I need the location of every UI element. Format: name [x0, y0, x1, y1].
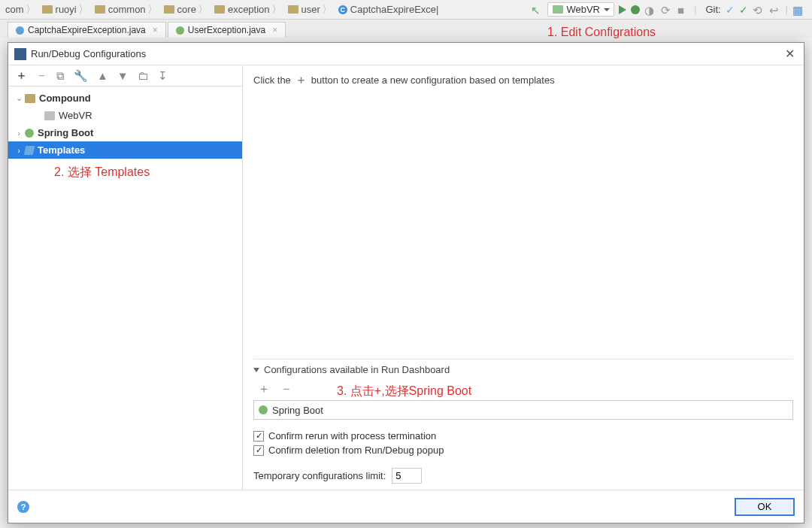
breadcrumb-item[interactable]: CCaptchaExpireExce|: [336, 4, 441, 15]
profile-icon[interactable]: ⟳: [661, 4, 673, 16]
chevron-down-icon: [253, 368, 259, 372]
dashboard-section: Configurations available in Run Dashboar…: [253, 356, 793, 484]
vcs-commit-icon[interactable]: ✓: [739, 4, 748, 16]
module-icon: [553, 5, 563, 14]
structure-icon[interactable]: ▦: [792, 4, 804, 16]
java-icon: [16, 26, 24, 35]
vcs-revert-icon[interactable]: ↩: [769, 4, 781, 16]
class-icon: C: [338, 5, 347, 14]
toolbar-right: ↖ WebVR ◑ ⟳ ■ | Git: ✓ ✓ ⟲ ↩ | ▦: [531, 2, 812, 17]
expand-icon[interactable]: ›: [14, 146, 23, 155]
collapse-icon[interactable]: ⌄: [14, 93, 23, 103]
stop-icon[interactable]: ■: [677, 4, 689, 16]
remove-icon[interactable]: －: [36, 68, 47, 83]
up-icon[interactable]: ▲: [97, 69, 108, 82]
app-icon: [14, 48, 26, 60]
plus-icon: ＋: [295, 73, 307, 87]
temp-limit-input[interactable]: [392, 468, 422, 484]
confirm-delete-row[interactable]: Confirm deletion from Run/Debug popup: [253, 445, 793, 456]
help-icon[interactable]: ?: [17, 501, 29, 513]
close-icon[interactable]: ✕: [782, 47, 798, 61]
dashboard-header[interactable]: Configurations available in Run Dashboar…: [253, 364, 793, 375]
editor-tab[interactable]: CaptchaExpireException.java ×: [8, 22, 166, 38]
breadcrumb-item[interactable]: common〉: [92, 3, 162, 17]
dashboard-list-item[interactable]: Spring Boot: [253, 400, 793, 420]
tree-node-compound[interactable]: ⌄ Compound: [8, 90, 242, 107]
run-debug-dialog: Run/Debug Configurations ✕ ＋ － ⧉ 🔧 ▲ ▼ 🗀…: [8, 42, 804, 523]
folder-icon: [44, 111, 55, 120]
spring-icon: [25, 129, 34, 138]
temp-limit-row: Temporary configurations limit:: [253, 468, 793, 484]
git-label: Git:: [705, 4, 720, 15]
dialog-titlebar: Run/Debug Configurations ✕: [8, 43, 804, 65]
vcs-update-icon[interactable]: ✓: [726, 4, 735, 16]
run-icon[interactable]: [619, 5, 626, 14]
config-tree-panel: ＋ － ⧉ 🔧 ▲ ▼ 🗀 ↧ ⌄ Compound WebVR: [8, 65, 243, 490]
temp-limit-label: Temporary configurations limit:: [253, 470, 386, 481]
sort-icon[interactable]: ↧: [158, 69, 168, 83]
run-config-selector[interactable]: WebVR: [547, 2, 614, 17]
wrench-icon[interactable]: 🔧: [74, 69, 88, 83]
package-icon: [288, 5, 298, 14]
confirm-rerun-row[interactable]: Confirm rerun with process termination: [253, 430, 793, 442]
add-icon[interactable]: ＋: [258, 381, 270, 397]
checkbox-icon[interactable]: [253, 431, 264, 442]
templates-hint: Click the ＋ button to create a new confi…: [253, 73, 793, 87]
config-detail-panel: Click the ＋ button to create a new confi…: [243, 65, 804, 490]
remove-icon[interactable]: －: [280, 381, 292, 397]
editor-tab-row: CaptchaExpireException.java × UserExcept…: [0, 20, 812, 38]
close-icon[interactable]: ×: [272, 25, 277, 35]
package-icon: [214, 5, 225, 14]
checkbox-icon[interactable]: [253, 445, 264, 456]
breadcrumb-item[interactable]: ruoyi〉: [40, 3, 92, 17]
debug-icon[interactable]: [631, 5, 640, 14]
tree-node-webvr[interactable]: WebVR: [8, 107, 242, 124]
tree-node-templates[interactable]: › Templates: [8, 141, 242, 159]
expand-icon[interactable]: ›: [14, 129, 23, 138]
breadcrumb-item[interactable]: exception〉: [212, 3, 286, 17]
tree-node-spring-boot[interactable]: › Spring Boot: [8, 124, 242, 141]
down-icon[interactable]: ▼: [117, 69, 129, 82]
breadcrumb-item[interactable]: com〉: [3, 3, 40, 17]
config-tree: ⌄ Compound WebVR › Spring Boot › Templat…: [8, 86, 242, 490]
package-icon: [42, 5, 53, 14]
template-icon: [24, 146, 35, 155]
editor-tab[interactable]: UserException.java ×: [168, 22, 286, 38]
close-icon[interactable]: ×: [153, 25, 158, 35]
package-icon: [95, 5, 105, 14]
breadcrumb-item[interactable]: core〉: [162, 3, 212, 17]
dashboard-toolbar: ＋ －: [253, 380, 793, 399]
package-icon: [164, 5, 174, 14]
java-icon: [176, 26, 184, 35]
breadcrumb-bar: com〉 ruoyi〉 common〉 core〉 exception〉 use…: [0, 0, 812, 20]
dialog-title: Run/Debug Configurations: [31, 48, 146, 59]
folder-icon: [25, 94, 35, 103]
vcs-history-icon[interactable]: ⟲: [753, 4, 765, 16]
coverage-icon[interactable]: ◑: [644, 4, 656, 16]
dialog-footer: ? OK: [8, 490, 804, 523]
breadcrumb-item[interactable]: user〉: [286, 3, 336, 17]
hammer-icon[interactable]: ↖: [531, 4, 543, 16]
ok-button[interactable]: OK: [735, 498, 795, 516]
spring-icon: [259, 405, 268, 414]
add-icon[interactable]: ＋: [16, 68, 27, 83]
folder-icon[interactable]: 🗀: [138, 69, 149, 82]
copy-icon[interactable]: ⧉: [56, 69, 65, 83]
config-tree-toolbar: ＋ － ⧉ 🔧 ▲ ▼ 🗀 ↧: [8, 65, 242, 86]
